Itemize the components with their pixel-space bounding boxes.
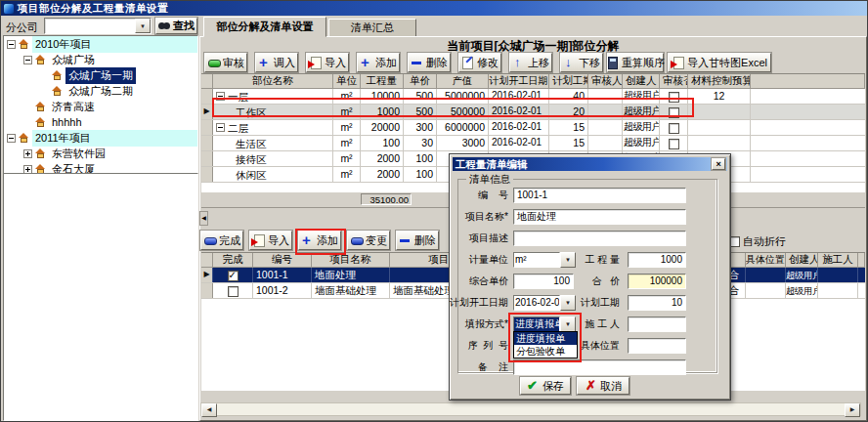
company-combobox-value [45, 19, 135, 33]
search-button[interactable]: 查找 [155, 18, 197, 34]
tree-item[interactable]: hhhhh [4, 114, 197, 130]
unit-cell: m² [333, 89, 361, 104]
field-label: 计量单位 [450, 252, 508, 268]
tree-item[interactable]: 2011年项目 [4, 130, 197, 146]
minus-expand-icon[interactable] [216, 123, 225, 132]
tree-item[interactable]: 东营软件园 [4, 146, 197, 161]
unit-cell: m² [333, 120, 361, 135]
part-name-cell: 休闲区 [213, 167, 333, 182]
list-toolbar-button-添加[interactable]: 添加 [298, 231, 341, 250]
tab-list-summary[interactable]: 清单汇总 [328, 19, 416, 37]
project-icon [35, 148, 46, 158]
list-toolbar-button-变更[interactable]: 变更 [347, 231, 390, 250]
minus-expand-icon[interactable] [7, 134, 16, 143]
field-input[interactable]: 10 [628, 295, 686, 311]
check-icon [527, 380, 540, 392]
minus-expand-icon[interactable] [7, 40, 16, 49]
tree-item[interactable]: 众城广场一期 [4, 67, 197, 83]
close-icon[interactable]: × [712, 158, 725, 170]
arrow-down-icon [563, 57, 576, 68]
audited-checkbox[interactable] [669, 123, 679, 134]
toolbar-button-下移[interactable]: 下移 [560, 53, 603, 72]
toolbar-button-导入甘特图Excel[interactable]: 导入甘特图Excel [668, 53, 771, 72]
window-titlebar: 项目部位分解及工程量清单设置 [1, 1, 867, 16]
list-toolbar-button-导入[interactable]: 导入 [249, 231, 292, 250]
list-toolbar-button-删除[interactable]: 删除 [396, 231, 439, 250]
autowrap-option[interactable]: 自动折行 [729, 234, 786, 249]
toolbar-button-调入[interactable]: 调入 [255, 53, 298, 72]
duration-cell: 20 [549, 105, 588, 119]
location-cell [746, 268, 786, 282]
计量单位-combobox[interactable]: m²▼ [513, 252, 576, 268]
company-combobox[interactable]: ▼ [44, 18, 152, 34]
field-input[interactable] [513, 231, 686, 246]
field-label: 施 工 人 [577, 316, 620, 332]
horizontal-scrollbar[interactable]: ◀ ▶ [200, 402, 861, 416]
tree-item[interactable]: 2010年项目 [4, 36, 197, 52]
edit-icon [461, 57, 474, 68]
table-row[interactable]: ▶工作区m²10005005000002016-02-0120超级用户 [201, 105, 865, 120]
chevron-down-icon[interactable]: ▼ [560, 295, 576, 311]
audited-checkbox[interactable] [669, 139, 679, 149]
cancel-button[interactable]: 取消 [577, 377, 629, 395]
table-row[interactable]: 一层m²1000050050000002016-02-0140超级用户12 [201, 89, 865, 105]
toolbar-button-重算顺序[interactable]: 重算顺序 [607, 53, 664, 72]
dialog-field-row: 综合单价100合 价100000 [450, 274, 730, 289]
minus-expand-icon[interactable] [216, 92, 225, 101]
field-input[interactable] [513, 359, 686, 375]
column-header: 具体位置 [746, 253, 786, 267]
plus-expand-icon[interactable] [23, 149, 32, 158]
tab-breakdown-settings[interactable]: 部位分解及清单设置 [203, 17, 326, 37]
field-input[interactable]: 地面处理 [513, 209, 686, 225]
chevron-down-icon[interactable]: ▼ [135, 19, 151, 33]
audited-checkbox[interactable] [669, 92, 679, 103]
field-input[interactable] [628, 316, 686, 332]
table-row[interactable]: 生活区m²1003030002016-02-0115超级用户 [201, 136, 865, 151]
row-indicator-header [201, 74, 213, 88]
dropdown-option[interactable]: 进度填报单 [514, 332, 577, 345]
column-header: 单位 [333, 74, 361, 88]
toolbar-button-修改[interactable]: 修改 [458, 53, 501, 72]
toolbar-button-审核[interactable]: 审核 [204, 53, 247, 72]
quantity-cell: 1000 [361, 105, 404, 119]
oval-blue-icon [203, 234, 216, 246]
done-checkbox[interactable] [228, 286, 239, 297]
field-input[interactable]: 100 [513, 274, 574, 289]
tree-item[interactable]: 众城广场 [4, 52, 197, 67]
output-value-cell: 500000 [437, 105, 489, 119]
scroll-left-icon[interactable]: ◀ [201, 403, 217, 417]
done-checkbox[interactable] [228, 271, 239, 281]
minus-expand-icon[interactable] [23, 56, 32, 64]
table-row[interactable]: 二层m²2000030060000002016-02-0115超级用户 [201, 120, 865, 136]
list-toolbar-button-完成[interactable]: 完成 [200, 231, 243, 250]
chevron-down-icon[interactable]: ▼ [560, 252, 576, 268]
toolbar-button-删除[interactable]: 删除 [408, 53, 451, 72]
current-project-title: 当前项目[众城广场一期]部位分解 [201, 38, 865, 52]
field-label: 工 程 量 [577, 252, 620, 268]
计划开工日期-combobox[interactable]: 2016-02-01▼ [513, 295, 576, 311]
report-mode-dropdown-list[interactable]: 进度填报单分包验收单 [513, 331, 578, 359]
field-input[interactable] [628, 338, 686, 354]
tree-item[interactable]: 济青高速 [4, 99, 197, 114]
scroll-right-icon[interactable]: ▶ [845, 403, 860, 417]
toolbar-button-添加[interactable]: 添加 [357, 53, 400, 72]
toolbar-button-导入[interactable]: 导入 [306, 53, 349, 72]
dropdown-option[interactable]: 分包验收单 [514, 345, 577, 358]
chevron-down-icon[interactable]: ▼ [560, 316, 576, 332]
groupbox-label: 清单信息 [466, 173, 513, 187]
column-header: 单价 [404, 74, 437, 88]
field-input[interactable]: 1001-1 [513, 188, 686, 203]
填报方式-combobox[interactable]: 进度填报单▼ [513, 316, 576, 332]
splitter-collapse-button[interactable]: ◀ [199, 211, 208, 226]
tree-item-label: 金石大厦 [49, 161, 98, 175]
duration-cell: 40 [549, 89, 588, 104]
filler-cell [858, 283, 865, 298]
toolbar-button-上移[interactable]: 上移 [509, 53, 552, 72]
done-cell [213, 283, 253, 298]
save-button[interactable]: 保存 [520, 377, 571, 395]
field-input[interactable]: 1000 [628, 252, 686, 268]
audited-checkbox[interactable] [669, 107, 679, 118]
unit-price-cell: 30 [404, 136, 437, 150]
field-input[interactable]: 100000 [628, 274, 686, 289]
tree-item[interactable]: 众城广场二期 [4, 83, 197, 99]
